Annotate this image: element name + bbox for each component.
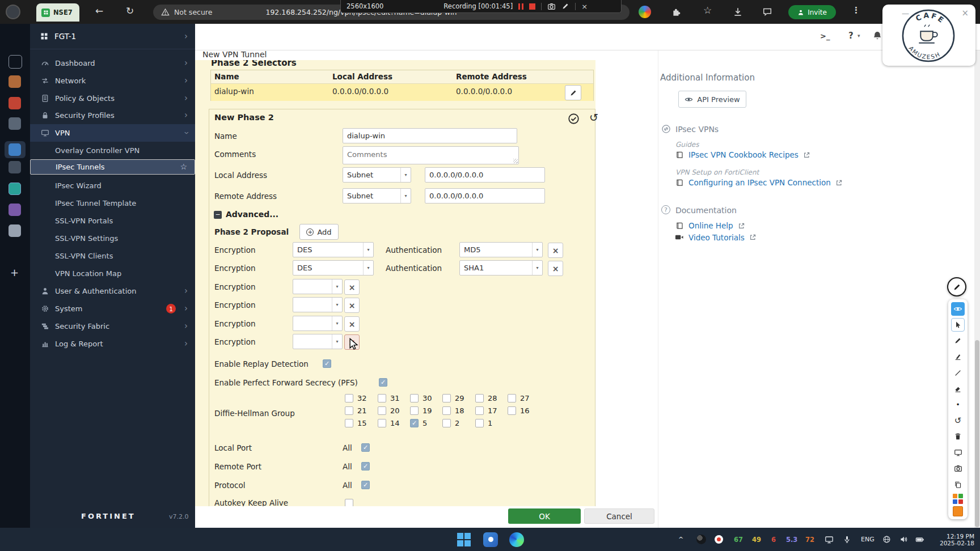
protocol-all-checkbox[interactable]: ✓ xyxy=(361,481,370,489)
tray-battery-icon[interactable] xyxy=(915,528,924,551)
tray-mic-icon[interactable] xyxy=(843,528,851,551)
sidebar-item-overlay-controller-vpn[interactable]: Overlay Controller VPN xyxy=(30,142,195,159)
pen-tool[interactable] xyxy=(951,334,965,347)
sidebar-item-vpn[interactable]: VPN› xyxy=(30,124,195,142)
api-preview-button[interactable]: API Preview xyxy=(678,91,746,108)
dh-group-15[interactable]: 15 xyxy=(345,419,367,427)
pause-button[interactable] xyxy=(518,3,523,10)
remove-proposal-1-button[interactable]: × xyxy=(548,243,563,258)
tray-stat-3[interactable]: 6 xyxy=(771,528,776,551)
cli-console-icon[interactable]: >_ xyxy=(820,32,830,40)
dh-group-20[interactable]: 20 xyxy=(378,406,400,415)
tab-favicon-3[interactable] xyxy=(9,97,21,109)
color-palette[interactable] xyxy=(953,494,963,504)
extensions-icon[interactable] xyxy=(671,7,682,17)
taskbar-edge-icon[interactable] xyxy=(509,528,524,551)
clear-all-tool[interactable] xyxy=(951,430,965,443)
tray-clock[interactable]: 12:19 PM 2025-02-18 xyxy=(933,528,974,551)
tray-volume-icon[interactable] xyxy=(899,528,908,551)
dh-group-17[interactable]: 17 xyxy=(475,406,497,415)
sidebar-item-ipsec-tunnel-template[interactable]: IPsec Tunnel Template xyxy=(30,194,195,212)
local-address-input[interactable] xyxy=(425,167,545,183)
tab-favicon-1[interactable] xyxy=(9,55,22,69)
copilot-icon[interactable] xyxy=(639,6,651,18)
local-port-all-checkbox[interactable]: ✓ xyxy=(361,443,370,452)
chat-icon[interactable] xyxy=(762,7,772,17)
browser-menu-icon[interactable]: ⋮ xyxy=(852,5,860,15)
dh-group-29[interactable]: 29 xyxy=(442,394,464,402)
security-label[interactable]: Not secure xyxy=(174,8,212,16)
screenshot-camera-icon[interactable] xyxy=(547,2,556,11)
remove-proposal-4-button[interactable]: × xyxy=(344,298,360,313)
configuring-ipsec-link[interactable]: Configuring an IPsec VPN Connection xyxy=(675,178,843,187)
dh-group-16[interactable]: 16 xyxy=(508,406,530,415)
sidebar-item-policy-objects[interactable]: Policy & Objects› xyxy=(30,90,195,107)
dh-group-30[interactable]: 30 xyxy=(410,394,432,402)
tray-language-label[interactable]: ENG xyxy=(861,528,875,551)
sidebar-item-log-report[interactable]: Log & Report› xyxy=(30,335,195,353)
remove-proposal-2-button[interactable]: × xyxy=(548,261,563,276)
comments-textarea[interactable] xyxy=(343,146,519,164)
whiteboard-tool[interactable] xyxy=(951,446,965,459)
encryption-select-5[interactable]: ▾ xyxy=(293,316,343,331)
phase2-name-input[interactable] xyxy=(343,128,517,143)
undo-tool[interactable]: ↺ xyxy=(951,414,965,427)
invite-button[interactable]: Invite xyxy=(788,5,836,19)
new-tab-plus-icon[interactable]: + xyxy=(10,266,19,278)
sidebar-item-system[interactable]: System 1 › xyxy=(30,300,195,317)
tray-network-icon[interactable] xyxy=(882,528,891,551)
sidebar-item-security-profiles[interactable]: Security Profiles› xyxy=(30,107,195,124)
pfs-checkbox[interactable]: ✓ xyxy=(379,378,387,387)
eraser-tool[interactable] xyxy=(951,382,965,396)
remove-proposal-3-button[interactable]: × xyxy=(344,279,360,295)
replay-detection-checkbox[interactable]: ✓ xyxy=(323,359,331,368)
encryption-select-3[interactable]: ▾ xyxy=(293,279,343,294)
close-recorder-icon[interactable]: × xyxy=(581,2,588,11)
stop-button[interactable] xyxy=(529,3,535,10)
tab-favicon-9[interactable] xyxy=(9,224,21,237)
dh-group-18[interactable]: 18 xyxy=(442,406,464,415)
notifications-bell-icon[interactable] xyxy=(872,31,882,41)
screenshot-tool[interactable] xyxy=(951,461,965,475)
tab-favicon-5[interactable] xyxy=(9,143,21,156)
sidebar-item-sslvpn-settings[interactable]: SSL-VPN Settings xyxy=(30,230,195,247)
encryption-select-4[interactable]: ▾ xyxy=(293,297,343,312)
tray-hidden-icons-chevron[interactable]: ^ xyxy=(678,528,683,551)
line-tool[interactable] xyxy=(951,366,965,380)
sidebar-item-ipsec-wizard[interactable]: IPsec Wizard xyxy=(30,177,195,194)
dh-group-21[interactable]: 21 xyxy=(345,406,367,415)
tray-stat-2[interactable]: 49 xyxy=(752,528,761,551)
add-proposal-button[interactable]: + Add xyxy=(299,224,339,240)
dh-group-19[interactable]: 19 xyxy=(410,406,432,415)
remove-proposal-5-button[interactable]: × xyxy=(344,316,360,332)
sidebar-item-vpn-location-map[interactable]: VPN Location Map xyxy=(30,265,195,282)
sidebar-item-sslvpn-portals[interactable]: SSL-VPN Portals xyxy=(30,212,195,230)
downloads-icon[interactable] xyxy=(733,7,743,17)
remote-port-all-checkbox[interactable]: ✓ xyxy=(361,462,370,471)
browser-profile-avatar[interactable] xyxy=(6,5,20,19)
cancel-button[interactable]: Cancel xyxy=(584,508,654,524)
start-button[interactable] xyxy=(457,528,471,551)
dh-group-2[interactable]: 2 xyxy=(442,419,459,427)
video-tutorials-link[interactable]: Video Tutorials xyxy=(674,232,757,242)
tab-favicon-2[interactable] xyxy=(9,75,21,88)
resize-handle[interactable] xyxy=(513,159,518,163)
tab-favicon-7[interactable] xyxy=(9,183,21,195)
local-address-type-select[interactable]: Subnet▾ xyxy=(343,167,411,183)
encryption-select-2[interactable]: DES▾ xyxy=(293,260,374,276)
pinned-star-icon[interactable]: ☆ xyxy=(180,163,187,171)
show-hide-tool[interactable] xyxy=(951,302,965,316)
tray-stat-4[interactable]: 5.3 xyxy=(786,528,797,551)
tab-favicon-8[interactable] xyxy=(9,204,21,216)
browser-tab[interactable]: NSE7 xyxy=(36,3,79,22)
duplicate-tool[interactable] xyxy=(951,478,965,491)
help-icon[interactable]: ? xyxy=(848,31,854,41)
ok-button[interactable]: OK xyxy=(508,508,581,524)
annotation-app-logo-button[interactable] xyxy=(947,277,966,296)
tray-stat-5[interactable]: 72 xyxy=(805,528,814,551)
dh-group-31[interactable]: 31 xyxy=(378,394,400,402)
authentication-select-1[interactable]: MD5▾ xyxy=(459,242,543,257)
page-scrollbar[interactable] xyxy=(974,24,980,528)
cookbook-recipes-link[interactable]: IPsec VPN Cookbook Recipes xyxy=(675,150,810,159)
sidebar-item-security-fabric[interactable]: Security Fabric› xyxy=(30,317,195,335)
